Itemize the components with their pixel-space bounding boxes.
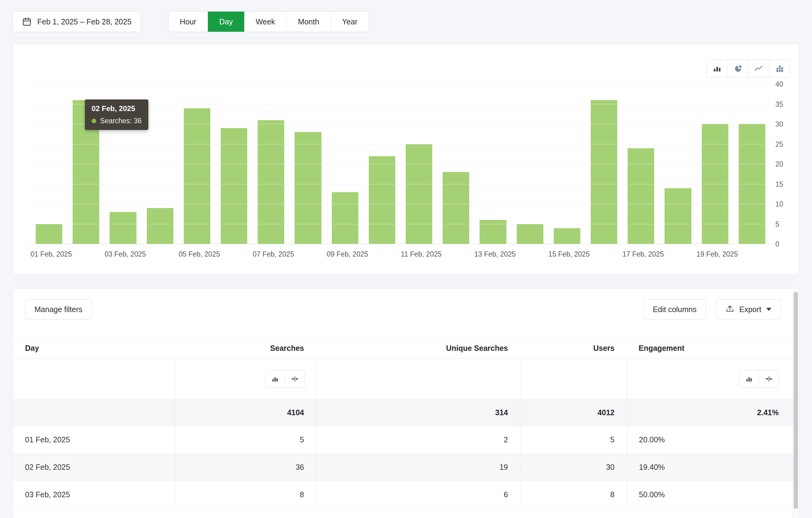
column-header-searches[interactable]: Searches: [175, 338, 316, 359]
scrollbar-thumb[interactable]: [794, 292, 798, 509]
bar-slot: [401, 84, 437, 244]
bar-slot: [179, 84, 215, 244]
empty-cell: [316, 359, 520, 399]
compare-arrows-icon[interactable]: [759, 370, 778, 388]
cell-searches: 36: [175, 454, 316, 481]
chart-type-toolbar: [706, 60, 790, 78]
chart-gridline: [31, 164, 771, 164]
chart-bar[interactable]: [665, 188, 691, 244]
x-axis-label: 07 Feb, 2025: [253, 250, 294, 258]
tab-hour[interactable]: Hour: [169, 11, 208, 32]
tab-day[interactable]: Day: [208, 11, 244, 32]
line-chart-icon[interactable]: [748, 60, 769, 77]
cell-unique-searches: 19: [316, 454, 520, 481]
calendar-icon: [22, 17, 32, 27]
chart-bar[interactable]: [517, 224, 543, 244]
chart-bar[interactable]: [295, 132, 321, 244]
bar-slot: [215, 84, 253, 244]
x-axis-label: [294, 250, 327, 258]
pie-chart-icon[interactable]: [727, 60, 748, 77]
manage-filters-label: Manage filters: [34, 305, 82, 314]
upload-icon: [725, 305, 734, 314]
y-axis-label: 25: [775, 141, 783, 148]
chart-bar[interactable]: [332, 192, 358, 244]
bar-slot: [474, 84, 511, 244]
chart-bar[interactable]: [554, 228, 580, 244]
chart-panel: 0510152025303540 01 Feb, 202503 Feb, 202…: [12, 43, 800, 275]
chart-bar[interactable]: [221, 128, 247, 244]
empty-cell: [520, 359, 627, 399]
chart-bar[interactable]: [628, 148, 654, 244]
bar-slot: [512, 84, 549, 244]
table-row[interactable]: 03 Feb, 202586850.00%: [13, 481, 792, 509]
date-range-picker[interactable]: Feb 1, 2025 – Feb 28, 2025: [12, 11, 141, 32]
summary-engagement: 2.41%: [627, 399, 792, 426]
table-row[interactable]: 02 Feb, 202536193019.40%: [13, 454, 792, 481]
chart-gridline: [31, 84, 771, 84]
tooltip-value: Searches: 36: [100, 117, 142, 125]
series-dot-icon: [92, 119, 96, 123]
table-scrollbar[interactable]: [792, 289, 799, 518]
edit-columns-button[interactable]: Edit columns: [643, 299, 706, 319]
y-axis-label: 5: [775, 220, 779, 227]
engagement-controls-cell: [627, 359, 792, 399]
x-axis-label: [72, 250, 105, 258]
x-axis-label: 13 Feb, 2025: [474, 250, 516, 258]
chart-bar[interactable]: [369, 156, 395, 244]
bar-slot: [289, 84, 326, 244]
y-axis-label: 15: [775, 181, 783, 188]
y-axis-label: 10: [775, 201, 783, 208]
export-button[interactable]: Export: [716, 299, 781, 319]
chevron-down-icon: [766, 308, 772, 311]
summary-row: 4104 314 4012 2.41%: [13, 399, 792, 426]
cell-engagement: 19.40%: [627, 454, 792, 481]
column-header-users[interactable]: Users: [520, 338, 627, 359]
manage-filters-button[interactable]: Manage filters: [25, 299, 92, 319]
chart-bar[interactable]: [36, 224, 62, 244]
chart-bar[interactable]: [739, 124, 765, 244]
y-axis-label: 20: [775, 161, 783, 168]
bar-slot: [622, 84, 659, 244]
empty-cell: [13, 359, 175, 399]
x-axis-label: [738, 250, 771, 258]
x-axis: 01 Feb, 202503 Feb, 202505 Feb, 202507 F…: [31, 250, 771, 258]
table-row[interactable]: 01 Feb, 202552520.00%: [13, 426, 792, 454]
column-header-day[interactable]: Day: [13, 338, 175, 359]
tab-month[interactable]: Month: [286, 11, 330, 32]
chart-bar[interactable]: [591, 100, 617, 244]
column-header-unique-searches[interactable]: Unique Searches: [316, 338, 520, 359]
x-axis-label: 05 Feb, 2025: [179, 250, 220, 258]
x-axis-label: 09 Feb, 2025: [327, 250, 368, 258]
edit-columns-label: Edit columns: [653, 305, 697, 314]
period-tabs: HourDayWeekMonthYear: [168, 11, 369, 32]
cell-searches: 8: [175, 481, 316, 508]
bar-chart-icon[interactable]: [707, 60, 727, 77]
chart-bar[interactable]: [702, 124, 728, 244]
chart-bar[interactable]: [406, 144, 432, 244]
bar-slot: [733, 84, 771, 244]
bar-slot: [31, 84, 67, 244]
chart-bar[interactable]: [147, 208, 173, 244]
bar-chart-icon[interactable]: [740, 370, 759, 388]
column-header-engagement[interactable]: Engagement: [627, 338, 792, 359]
chart-bar[interactable]: [443, 172, 469, 244]
x-axis-label: 01 Feb, 2025: [31, 250, 72, 258]
searches-metric-controls: [265, 370, 304, 388]
bar-chart-icon[interactable]: [265, 370, 285, 388]
chart-bar[interactable]: [258, 120, 284, 244]
compare-arrows-icon[interactable]: [285, 370, 304, 388]
stacked-bar-chart-icon[interactable]: [769, 60, 790, 77]
cell-users: 8: [520, 481, 627, 508]
table-region: Day Searches Unique Searches Users Engag…: [13, 338, 792, 509]
bar-slot: [437, 84, 474, 244]
table-toolbar: Manage filters Edit columns Export: [13, 288, 799, 338]
searches-controls-cell: [175, 359, 316, 399]
x-axis-label: 15 Feb, 2025: [548, 250, 590, 258]
tab-year[interactable]: Year: [330, 11, 369, 32]
cell-unique-searches: 2: [316, 426, 520, 453]
x-axis-label: 17 Feb, 2025: [622, 250, 664, 258]
chart-bar[interactable]: [110, 212, 136, 244]
tab-week[interactable]: Week: [244, 11, 286, 32]
report-table-panel: Manage filters Edit columns Export: [12, 288, 800, 518]
chart-gridline: [31, 224, 771, 224]
